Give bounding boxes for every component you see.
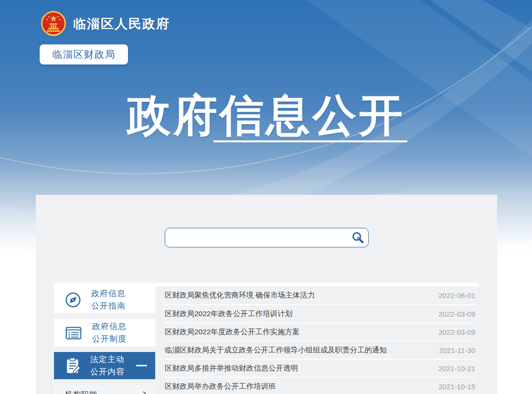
section-divider [54,283,479,286]
sidebar-item-statutory-disclosure[interactable]: 法定主动 公开内容 [54,352,155,379]
document-list-icon [64,324,83,342]
sidebar-item-rules[interactable]: 政府信息 公开制度 [54,319,155,346]
collapse-minus-icon[interactable] [136,365,147,366]
title-underline [213,140,407,142]
list-item[interactable]: 区财政局2022年政务公开工作培训计划 2022-03-09 [165,304,475,322]
department-button[interactable]: 临淄区财政局 [40,44,128,64]
list-item[interactable]: 临淄区财政局关于成立政务公开工作领导小组组成及职责分工的通知 2021-11-3… [165,341,475,359]
article-title[interactable]: 区财政局2022年政务公开工作培训计划 [165,309,292,319]
list-item[interactable]: 区财政局举办政务公开工作培训班 2021-10-15 [165,377,475,394]
content-panel: 政府信息 公开指南 政府信息 公开制度 [36,195,497,394]
article-date: 2021-10-21 [438,364,475,373]
article-date: 2022-06-01 [438,291,475,299]
article-title[interactable]: 临淄区财政局关于成立政务公开工作领导小组组成及职责分工的通知 [165,345,387,355]
list-item[interactable]: 区财政局2022年度政务公开工作实施方案 2022-03-09 [165,322,475,341]
search-icon [351,231,364,244]
sidebar-item-label: 政府信息 公开制度 [92,320,127,345]
sidebar-item-guide[interactable]: 政府信息 公开指南 [54,286,155,313]
chevron-right-icon [142,391,148,394]
site-logo[interactable]: 临淄区人民政府 [40,10,170,38]
compass-icon [64,291,82,309]
list-item[interactable]: 区财政局聚焦优化营商环境 确保市场主体活力 2022-06-01 [165,286,475,304]
article-title[interactable]: 区财政局多措并举推动财政信息公开透明 [165,363,298,373]
sidebar-item-label: 法定主动 公开内容 [90,353,125,378]
national-emblem-icon [40,10,67,38]
page-title: 政府信息公开 [0,86,532,145]
article-date: 2022-03-09 [438,328,475,336]
sidebar-subitem-label: 机构职能 [65,390,97,394]
list-item[interactable]: 区财政局多措并举推动财政信息公开透明 2021-10-21 [165,359,475,377]
article-date: 2021-11-30 [439,346,475,354]
clipboard-pencil-icon [64,356,81,376]
page: 临淄区人民政府 临淄区财政局 政府信息公开 [0,0,532,394]
article-list: 区财政局聚焦优化营商环境 确保市场主体活力 2022-06-01 区财政局202… [165,286,475,394]
sidebar: 政府信息 公开指南 政府信息 公开制度 [54,286,155,394]
site-name: 临淄区人民政府 [73,15,170,32]
search-button[interactable] [347,228,368,247]
article-title[interactable]: 区财政局聚焦优化营商环境 确保市场主体活力 [165,290,315,300]
sidebar-subitem-org-functions[interactable]: 机构职能 [54,385,155,394]
article-title[interactable]: 区财政局举办政务公开工作培训班 [165,382,276,392]
search-bar [165,228,369,247]
article-date: 2022-03-09 [438,310,475,318]
article-title[interactable]: 区财政局2022年度政务公开工作实施方案 [165,327,299,337]
search-input[interactable] [165,228,347,247]
sidebar-item-label: 政府信息 公开指南 [91,288,126,312]
department-label: 临淄区财政局 [53,48,116,61]
article-date: 2021-10-15 [438,383,475,391]
